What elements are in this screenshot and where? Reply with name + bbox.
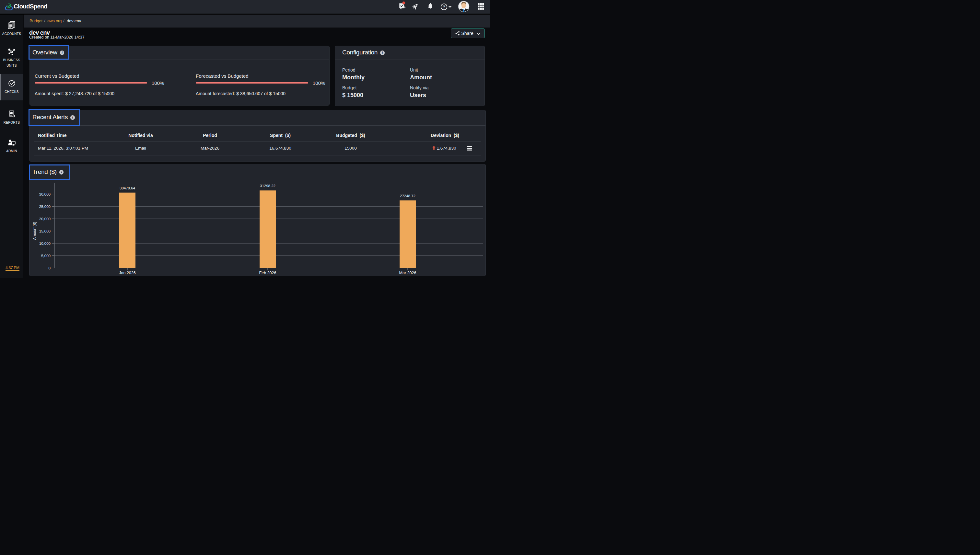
svg-text:30479.64: 30479.64	[119, 186, 135, 190]
svg-text:31298.22: 31298.22	[260, 184, 275, 188]
svg-text:15,000: 15,000	[39, 229, 51, 233]
svg-text:Feb 2026: Feb 2026	[259, 271, 277, 275]
svg-text:?: ?	[443, 5, 445, 10]
svg-text:0: 0	[48, 266, 51, 270]
svg-text:Jan 2026: Jan 2026	[119, 271, 135, 275]
svg-text:25,000: 25,000	[39, 205, 51, 209]
svg-text:10,000: 10,000	[39, 242, 51, 245]
svg-text:Amount($): Amount($)	[32, 222, 37, 240]
svg-text:20,000: 20,000	[39, 217, 51, 221]
svg-text:27248.72: 27248.72	[400, 194, 415, 198]
svg-text:5,000: 5,000	[41, 254, 51, 258]
svg-text:30,000: 30,000	[39, 192, 51, 196]
svg-text:Mar 2026: Mar 2026	[399, 271, 417, 275]
